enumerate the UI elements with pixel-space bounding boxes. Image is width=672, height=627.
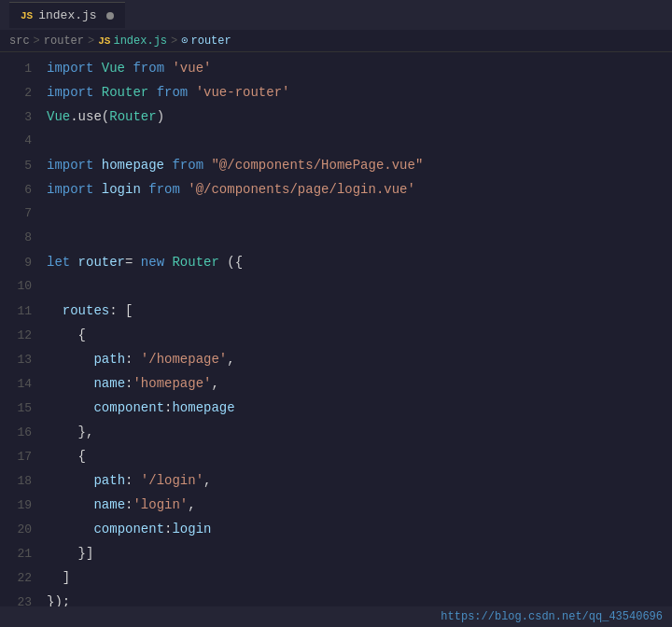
line-number: 5 bbox=[0, 154, 47, 178]
code-editor: 1import Vue from 'vue'2import Router fro… bbox=[0, 52, 672, 618]
watermark: https://blog.csdn.net/qq_43540696 bbox=[441, 610, 663, 623]
code-line: 14 name:'homepage', bbox=[0, 371, 672, 396]
js-crumb-icon: JS bbox=[98, 35, 110, 47]
line-content: routes: [ bbox=[47, 299, 133, 323]
line-number: 9 bbox=[0, 251, 47, 275]
breadcrumb-router-item: ⊙ router bbox=[181, 34, 231, 48]
line-content: import homepage from "@/components/HomeP… bbox=[47, 153, 423, 177]
line-number: 12 bbox=[0, 324, 47, 348]
code-line: 15 component:homepage bbox=[0, 396, 672, 420]
breadcrumb-js: JS index.js bbox=[98, 35, 167, 48]
router-crumb-icon: ⊙ bbox=[181, 34, 188, 48]
js-icon: JS bbox=[21, 10, 33, 21]
router-crumb-name: router bbox=[190, 35, 231, 48]
breadcrumb-router: router bbox=[44, 35, 84, 48]
code-line: 3Vue.use(Router) bbox=[0, 104, 672, 129]
line-content: import Vue from 'vue' bbox=[47, 56, 211, 80]
code-line: 21 }] bbox=[0, 541, 672, 565]
line-content: path: '/login', bbox=[47, 468, 211, 493]
line-number: 8 bbox=[0, 226, 47, 250]
line-number: 20 bbox=[0, 518, 47, 542]
line-number: 21 bbox=[0, 542, 47, 566]
code-line: 10 bbox=[0, 274, 672, 299]
line-number: 15 bbox=[0, 397, 47, 421]
line-content: component:login bbox=[47, 517, 211, 541]
code-line: 12 { bbox=[0, 323, 672, 347]
title-bar: JS index.js bbox=[0, 0, 672, 30]
line-number: 3 bbox=[0, 105, 47, 130]
sep3: > bbox=[171, 35, 177, 48]
code-line: 22 ] bbox=[0, 565, 672, 590]
code-line: 20 component:login bbox=[0, 517, 672, 541]
code-line: 9let router= new Router ({ bbox=[0, 250, 672, 274]
line-content: import login from '@/components/page/log… bbox=[47, 177, 415, 202]
line-content: name:'homepage', bbox=[47, 371, 219, 396]
line-number: 17 bbox=[0, 445, 47, 469]
line-number: 10 bbox=[0, 274, 47, 299]
file-tab[interactable]: JS index.js bbox=[9, 2, 125, 28]
line-content: name:'login', bbox=[47, 493, 196, 517]
line-content: path: '/homepage', bbox=[47, 347, 235, 371]
line-content: }] bbox=[47, 541, 93, 565]
code-line: 18 path: '/login', bbox=[0, 468, 672, 493]
code-line: 8 bbox=[0, 226, 672, 250]
tab-dot bbox=[106, 12, 114, 20]
line-number: 16 bbox=[0, 421, 47, 445]
code-line: 2import Router from 'vue-router' bbox=[0, 80, 672, 104]
line-content: let router= new Router ({ bbox=[47, 250, 243, 274]
code-line: 6import login from '@/components/page/lo… bbox=[0, 177, 672, 202]
sep2: > bbox=[88, 35, 94, 48]
tab-filename: index.js bbox=[38, 8, 96, 22]
line-number: 18 bbox=[0, 469, 47, 494]
line-number: 22 bbox=[0, 566, 47, 591]
sep1: > bbox=[34, 35, 40, 48]
code-line: 5import homepage from "@/components/Home… bbox=[0, 153, 672, 177]
line-number: 13 bbox=[0, 348, 47, 372]
breadcrumb: src > router > JS index.js > ⊙ router bbox=[0, 30, 672, 52]
code-line: 19 name:'login', bbox=[0, 493, 672, 517]
status-bar: https://blog.csdn.net/qq_43540696 bbox=[0, 606, 672, 627]
code-line: 17 { bbox=[0, 444, 672, 468]
code-line: 16 }, bbox=[0, 420, 672, 444]
line-number: 1 bbox=[0, 57, 47, 81]
code-line: 1import Vue from 'vue' bbox=[0, 56, 672, 80]
line-number: 19 bbox=[0, 494, 47, 518]
breadcrumb-src: src bbox=[9, 35, 30, 48]
line-number: 4 bbox=[0, 129, 47, 153]
line-content: Vue.use(Router) bbox=[47, 104, 164, 129]
line-content: import Router from 'vue-router' bbox=[47, 80, 289, 104]
code-line: 4 bbox=[0, 129, 672, 153]
code-line: 7 bbox=[0, 202, 672, 226]
line-number: 11 bbox=[0, 300, 47, 324]
line-content: { bbox=[47, 323, 86, 347]
code-line: 13 path: '/homepage', bbox=[0, 347, 672, 371]
code-line: 11 routes: [ bbox=[0, 299, 672, 323]
line-number: 6 bbox=[0, 178, 47, 202]
line-number: 2 bbox=[0, 81, 47, 105]
line-content: ] bbox=[47, 565, 70, 590]
js-crumb-file: index.js bbox=[113, 35, 167, 48]
line-number: 7 bbox=[0, 202, 47, 226]
line-content: { bbox=[47, 444, 86, 468]
line-content: component:homepage bbox=[47, 396, 235, 420]
line-number: 14 bbox=[0, 372, 47, 397]
line-content: }, bbox=[47, 420, 93, 444]
